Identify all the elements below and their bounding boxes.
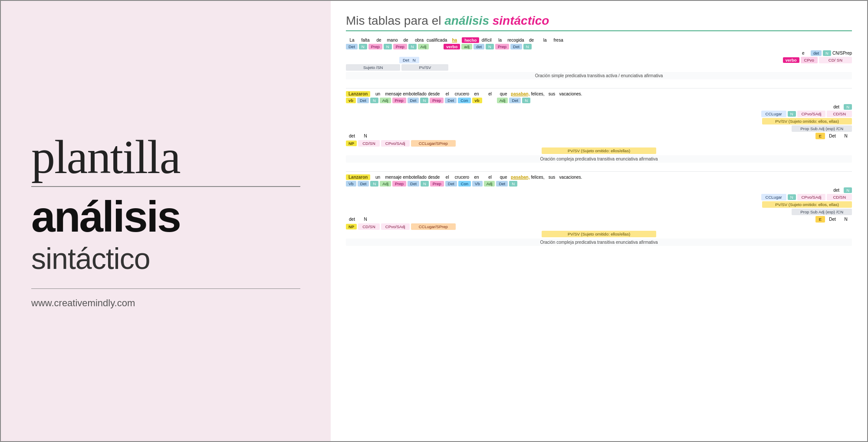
tag2-det4: Det: [509, 98, 521, 103]
w3-embotellado: embotellado: [403, 175, 426, 180]
tag-n4: N: [486, 44, 494, 49]
w3-desde: desde: [428, 175, 440, 180]
s2-r3det2: Det: [826, 134, 838, 138]
divider-2: [31, 288, 300, 289]
tag-n3: N: [408, 44, 417, 49]
tag-n1: N: [359, 44, 367, 49]
left-panel: plantilla análisis sintáctico www.creati…: [1, 1, 331, 441]
s2-struct3: Prop Sub Adj (esp) /CN: [346, 125, 852, 132]
w-hecho: hecho: [462, 37, 479, 43]
s2-n-struct: N: [788, 111, 796, 117]
w2-que: que: [497, 92, 510, 96]
s1-sentence-type: Oración simple predicativa transitiva ac…: [346, 72, 852, 79]
s2-cclugar: CCLugar: [761, 111, 786, 117]
s2-word-row: Lanzaron un mensaje embotellado desde el…: [346, 91, 852, 97]
w-dificil: difícil: [480, 38, 493, 43]
w3-que: que: [497, 175, 510, 180]
w-la: La: [346, 38, 358, 43]
title-plantilla: plantilla: [31, 133, 300, 181]
s3-det-subrow: det N: [346, 187, 852, 193]
s3-r3n: N: [359, 217, 372, 222]
s1-pvsv: PV/SV: [401, 64, 448, 71]
w2-mensaje: mensaje: [385, 92, 401, 96]
w-recogida: recogida: [507, 38, 524, 43]
s1-structrow2: Sujeto /SN PV/SV: [346, 64, 852, 71]
s1-tag-row: Det N Prep N Prep N Adj verbo adj det N …: [346, 44, 852, 49]
s1-det-n: Det N: [399, 57, 419, 63]
s2-cclug: CCLugar/SPrep: [411, 140, 456, 147]
s3-struct6: PV/SV (Sujeto omitido: ellos/ellas): [346, 231, 852, 237]
w-la3: la: [539, 38, 551, 43]
tag2-n: N: [370, 98, 378, 103]
doc-title: Mis tablas para el análisis sintáctico: [346, 14, 852, 28]
s2-struct5: NP CD/SN CPvo/SAdj CCLugar/SPrep: [346, 140, 852, 147]
tag3-n3: N: [509, 181, 517, 187]
tag-verbo1: verbo: [444, 44, 460, 49]
sub-det: det: [811, 50, 822, 56]
w3-crucero: crucero: [455, 175, 469, 180]
w2-lanzaron: Lanzaron: [346, 91, 370, 97]
tag-det3: Det: [510, 44, 522, 49]
tag3-n: N: [370, 181, 378, 187]
w3-mensaje: mensaje: [385, 175, 401, 180]
s2-cdsn: CD/SN: [827, 111, 852, 117]
w-de3: de: [526, 38, 538, 43]
tag-n5: N: [523, 44, 532, 49]
tag3-det4: Det: [496, 181, 508, 187]
tag3-det: Det: [358, 181, 369, 187]
s3-tag-row: Vb Det N Adj Prep Det N Prep Det Con Vb …: [346, 181, 852, 187]
s2-cdsn2: CD/SN: [358, 140, 380, 147]
w2-felices: felices,: [531, 92, 544, 96]
s3-struct5: NP CD/SN CPvo/SAdj CCLugar/SPrep: [346, 223, 852, 230]
s3-word-row: Lanzaron un mensaje embotellado desde el…: [346, 174, 852, 180]
tag3-prep2: Prep: [430, 181, 444, 187]
s3-n-struct: N: [788, 194, 796, 200]
tag-n2: N: [384, 44, 392, 49]
w2-desde: desde: [428, 92, 440, 96]
w3-felices: felices,: [531, 175, 544, 180]
w3-el: el: [441, 175, 454, 180]
tag3-prep: Prep: [392, 181, 406, 187]
tag3-det2: Det: [408, 181, 419, 187]
s3-struct4: det N E Det N: [346, 216, 852, 223]
s2-tag-row: vb Det N Adj Prep Det N Prep Det Con vb …: [346, 98, 852, 103]
s2-struct4: det N E Det N: [346, 133, 852, 139]
tag3-con: Con: [458, 181, 471, 187]
tag2-con: Con: [458, 98, 470, 103]
w2-pasaban: pasaban,: [511, 92, 529, 96]
sub-n: N: [823, 50, 831, 56]
s3-e: E: [815, 216, 825, 223]
sentence-section-3: Lanzaron un mensaje embotellado desde el…: [346, 174, 852, 246]
tag-det2: det: [473, 44, 484, 49]
right-panel: Mis tablas para el análisis sintáctico L…: [331, 1, 867, 441]
tag2-n3: N: [522, 98, 530, 103]
sub-e: e: [797, 51, 809, 56]
s3-np: NP: [346, 224, 357, 229]
s3-pvsv2: PV/SV (Sujeto omitido: ellos/ellas): [542, 231, 656, 237]
s1-subrow: e det N CN/SPrep: [346, 50, 852, 56]
s3-propsubadj: Prop Sub Adj (esp) /CN: [792, 209, 852, 215]
s3-r3n2: N: [840, 217, 852, 222]
s2-cpvo: CPvo/SAdj: [797, 111, 826, 117]
w-ha: ha: [448, 38, 460, 43]
w3-sus: sus: [546, 175, 558, 180]
divider-1: [31, 186, 300, 187]
tag3-adj: Adj: [380, 181, 391, 187]
tag3-n2: N: [421, 181, 429, 187]
tag2-n2: N: [420, 98, 428, 103]
w3-vacaciones: vacaciones.: [559, 175, 582, 180]
tag3-vb2: Vb: [472, 181, 483, 187]
website-url: www.creativemindly.com: [31, 298, 300, 309]
tag-adj2: adj: [461, 44, 472, 49]
w2-en: en: [470, 92, 483, 96]
tag3-vb-label: Vb: [346, 181, 356, 187]
divider-s2-s3: [346, 171, 852, 172]
s2-e: E: [815, 133, 825, 139]
tag2-det: Det: [357, 98, 369, 103]
w-fresa: fresa: [552, 38, 565, 43]
w2-crucero: crucero: [455, 92, 469, 96]
tag2-det3: Det: [445, 98, 457, 103]
s2-struct6: PV/SV (Sujeto omitido: ellos/ellas): [346, 147, 852, 154]
s3-r3det2: Det: [826, 217, 838, 222]
w-de: de: [373, 38, 385, 43]
